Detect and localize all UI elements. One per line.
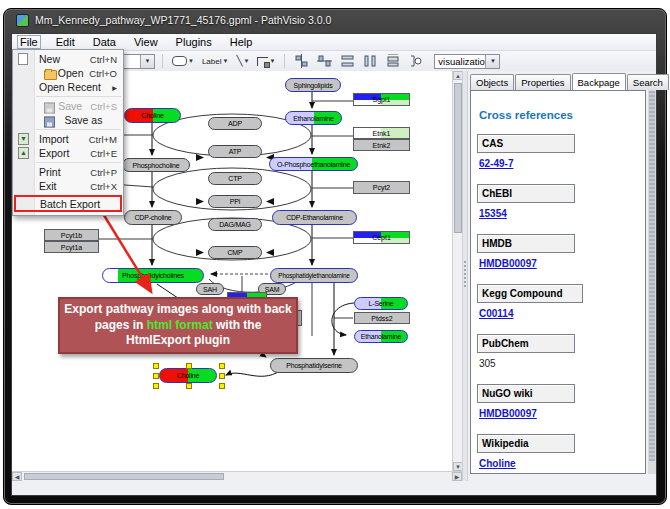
node-phosphatidylserine[interactable]: Phosphatidylserine [270, 358, 358, 373]
selection-handle[interactable] [186, 363, 192, 369]
node-ethanolamine[interactable]: Ethanolamine [285, 111, 342, 125]
gene-sgpl1[interactable]: Sgpl1 [353, 93, 410, 106]
selection-handle[interactable] [153, 373, 159, 379]
gene-pcyt2[interactable]: Pcyt2 [353, 181, 410, 194]
node-cdp-ethanolamine[interactable]: CDP-Ethanolamine [272, 210, 357, 225]
selection-handle[interactable] [219, 363, 225, 369]
xref-link[interactable]: C00114 [479, 308, 513, 319]
node-adp[interactable]: ADP [208, 117, 262, 130]
file-menu-import[interactable]: ▼ Import Ctrl+M [13, 132, 123, 146]
file-menu-export[interactable]: ▲ Export Ctrl+E [13, 146, 123, 160]
xref-link[interactable]: 62-49-7 [479, 158, 513, 169]
gene-pcyt1b[interactable]: Pcyt1b [44, 229, 99, 241]
tab-properties[interactable]: Properties [515, 74, 570, 90]
selection-handle[interactable] [219, 373, 225, 379]
scrollbar-thumb[interactable] [24, 473, 224, 480]
align-center-button[interactable] [292, 53, 311, 69]
save-icon [44, 102, 55, 113]
annotation-line2-post: with the [213, 318, 262, 332]
menu-help[interactable]: Help [228, 36, 255, 48]
file-menu-save[interactable]: Save Ctrl+S [13, 99, 123, 113]
node-o-phosphoethanolamine[interactable]: O-Phosphoethanolamine [269, 157, 358, 171]
node-sah[interactable]: SAH [196, 283, 224, 295]
xref-title: ChEBI [477, 184, 575, 203]
node-dag-mag[interactable]: DAG/MAG [208, 218, 262, 231]
xref-link[interactable]: 15354 [479, 208, 507, 219]
file-menu-batch-export[interactable]: Batch Export [14, 195, 122, 212]
file-menu-print[interactable]: Print Ctrl+P [13, 165, 123, 179]
gene-datanode-tool[interactable]: ▼ [170, 53, 196, 69]
xref-title: CAS [477, 134, 575, 153]
label-tool[interactable]: Label ▼ [200, 53, 231, 69]
node-phosphatidylcholines[interactable]: Phosphatidylcholines [102, 268, 204, 283]
xref-link[interactable]: HMDB00097 [479, 408, 537, 419]
node-ethanolamine-2[interactable]: Ethanolamine [354, 330, 408, 343]
menu-file[interactable]: File [18, 36, 40, 48]
stack-columns-icon [363, 54, 378, 68]
selection-handle[interactable] [153, 363, 159, 369]
node-ppi[interactable]: PPi [208, 195, 262, 208]
xref-link[interactable]: Choline [479, 458, 516, 469]
title-bar[interactable]: Mm_Kennedy_pathway_WP1771_45176.gpml - P… [4, 9, 666, 31]
gene-label: Cept1 [354, 232, 409, 243]
stack-horizontal-button[interactable] [361, 53, 380, 69]
gene-etnk1[interactable]: Etnk1 [353, 127, 410, 139]
chevron-down-icon[interactable]: ▼ [140, 55, 154, 68]
scrollbar-thumb[interactable] [649, 91, 655, 461]
annotation-callout[interactable]: Export pathway images along with back pa… [58, 297, 298, 354]
gene-cept1[interactable]: Cept1 [353, 231, 410, 244]
annotation-line2-highlight: html format [147, 318, 213, 332]
menu-data[interactable]: Data [91, 36, 118, 48]
app-icon[interactable] [16, 14, 29, 27]
node-phosphocholine[interactable]: Phosphocholine [122, 158, 190, 172]
xref-link[interactable]: HMDB00097 [479, 258, 537, 269]
node-ctp[interactable]: CTP [208, 172, 262, 185]
file-menu-open-recent[interactable]: Open Recent ▸ [13, 80, 123, 94]
canvas-horizontal-scrollbar[interactable]: ◀ ▶ [12, 471, 462, 481]
node-cmp[interactable]: CMP [208, 246, 262, 259]
tab-objects[interactable]: Objects [470, 74, 514, 90]
node-phosphatidylethanolamine[interactable]: Phosphatidylethanolamine [270, 268, 358, 283]
scroll-right-icon[interactable]: ▶ [452, 472, 462, 481]
line-tool[interactable]: ╲ ▼ [234, 53, 251, 69]
node-cdp-choline[interactable]: CDP-choline [124, 210, 182, 225]
visualization-combobox[interactable]: visualization ▼ [434, 54, 500, 69]
file-menu-exit[interactable]: Exit Ctrl+X [13, 179, 123, 193]
common-width-button[interactable] [384, 53, 403, 69]
elbow-connector-tool[interactable]: ▼ [255, 53, 277, 69]
align-middle-button[interactable] [315, 53, 334, 69]
file-menu-popup: New Ctrl+N Open Ctrl+O Open Recent ▸ Sav… [12, 49, 124, 216]
menu-item-label: Save [58, 100, 82, 112]
side-panel-tabs: Objects Properties Backpage Search Legen… [470, 73, 654, 90]
file-menu-open[interactable]: Open Ctrl+O [13, 66, 123, 80]
annotation-line2-pre: pages in [95, 318, 147, 332]
selection-handle[interactable] [186, 383, 192, 389]
node-l-serine[interactable]: L-Serine [354, 297, 408, 310]
menu-plugins[interactable]: Plugins [174, 36, 214, 48]
scroll-left-icon[interactable]: ◀ [12, 472, 22, 481]
scrollbar-thumb[interactable] [454, 83, 462, 233]
chevron-down-icon[interactable]: ▼ [485, 55, 499, 68]
node-sphingolipids[interactable]: Sphingolipids [285, 78, 341, 92]
datanode-icon [172, 56, 187, 66]
xref-section-nugo: NuGO wiki HMDB00097 [477, 384, 639, 421]
node-atp[interactable]: ATP [208, 145, 262, 158]
menu-edit[interactable]: Edit [54, 36, 77, 48]
node-choline-2[interactable]: Choline [159, 368, 217, 383]
selected-node-choline[interactable]: Choline [153, 363, 225, 389]
selection-handle[interactable] [219, 383, 225, 389]
file-menu-new[interactable]: New Ctrl+N [13, 52, 123, 66]
tab-backpage[interactable]: Backpage [572, 73, 626, 90]
common-height-button[interactable] [407, 53, 426, 69]
panel-scrollbar[interactable] [648, 90, 656, 474]
node-choline[interactable]: Choline [124, 108, 181, 123]
stack-vertical-button[interactable] [338, 53, 357, 69]
gene-etnk2[interactable]: Etnk2 [353, 139, 410, 151]
menu-view[interactable]: View [132, 36, 160, 48]
file-menu-save-as[interactable]: Save as [13, 113, 123, 127]
chevron-down-icon: ▼ [222, 58, 228, 64]
gene-ptdss2[interactable]: Ptdss2 [354, 312, 410, 324]
tab-search[interactable]: Search [627, 74, 669, 90]
selection-handle[interactable] [153, 383, 159, 389]
gene-pcyt1a[interactable]: Pcyt1a [44, 241, 99, 253]
